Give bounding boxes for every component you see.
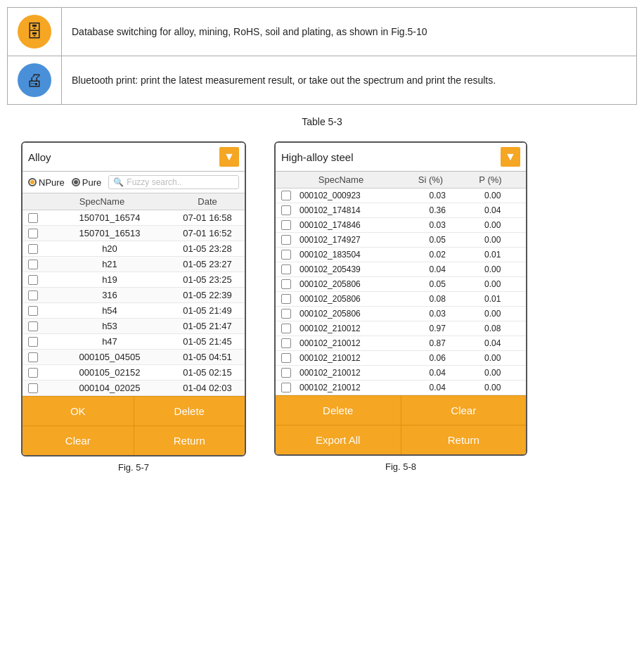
cell-p: 0.00: [465, 220, 521, 230]
checkbox[interactable]: [28, 337, 38, 347]
checkbox[interactable]: [281, 205, 291, 215]
col-p-label-58: P (%): [461, 174, 520, 185]
radio-npure[interactable]: NPure: [28, 177, 65, 188]
checkbox[interactable]: [28, 213, 38, 223]
cell-date: 01-05 22:39: [176, 290, 239, 300]
table-row: 000102_210012 0.87 0.04: [276, 336, 526, 351]
cell-date: 07-01 16:58: [176, 212, 239, 223]
cell-p: 0.00: [465, 235, 521, 245]
bluetooth-icon-cell: 🖨: [8, 56, 62, 105]
panel-58-header: High-alloy steel ▼: [276, 143, 526, 172]
table-row: h53 01-05 21:47: [22, 319, 245, 334]
checkbox[interactable]: [281, 309, 291, 319]
bluetooth-text: Bluetooth print: print the latest measur…: [62, 56, 637, 105]
fig58-caption: Fig. 5-8: [385, 461, 416, 472]
cell-specname: 000105_04505: [44, 352, 176, 362]
cell-p: 0.04: [465, 338, 521, 348]
cell-si: 0.36: [410, 205, 465, 215]
checkbox[interactable]: [28, 383, 38, 393]
cell-p: 0.01: [465, 250, 521, 260]
radio-pure[interactable]: Pure: [72, 177, 101, 188]
checkbox[interactable]: [28, 275, 38, 285]
btn-return-57[interactable]: Return: [134, 426, 245, 455]
col-header-57: SpecName Date: [22, 193, 245, 210]
checkbox[interactable]: [281, 279, 291, 289]
table-row: 316 01-05 22:39: [22, 288, 245, 303]
checkbox[interactable]: [28, 321, 38, 331]
table-row: h47 01-05 21:45: [22, 334, 245, 350]
panel-58-dropdown-arrow[interactable]: ▼: [501, 147, 520, 167]
cell-si: 0.08: [410, 294, 465, 304]
cell-specname: h21: [44, 259, 176, 269]
checkbox[interactable]: [28, 290, 38, 300]
cell-p: 0.00: [465, 279, 521, 289]
checkbox[interactable]: [281, 220, 291, 230]
btn-export-all-58[interactable]: Export All: [276, 425, 401, 454]
checkbox[interactable]: [281, 338, 291, 348]
search-icon-57: 🔍: [113, 177, 124, 187]
checkbox[interactable]: [281, 250, 291, 260]
checkbox[interactable]: [28, 229, 38, 238]
btn-delete-58[interactable]: Delete: [276, 395, 401, 425]
btn-delete-57[interactable]: Delete: [134, 396, 245, 426]
checkbox[interactable]: [28, 352, 38, 362]
radio-npure-dot: [28, 178, 37, 186]
checkbox[interactable]: [281, 191, 291, 200]
cell-specname: 000102_000923: [297, 191, 410, 200]
fuzzy-search-57[interactable]: 🔍 Fuzzy search..: [108, 175, 239, 189]
panel-57-dropdown-arrow[interactable]: ▼: [219, 147, 239, 167]
checkbox[interactable]: [281, 235, 291, 245]
btn-clear-58[interactable]: Clear: [401, 395, 527, 425]
checkbox[interactable]: [28, 244, 38, 254]
cell-p: 0.00: [465, 368, 521, 378]
cell-date: 07-01 16:52: [176, 228, 239, 238]
btn-row-57-bottom: Clear Return: [22, 426, 245, 455]
fuzzy-search-placeholder: Fuzzy search..: [127, 177, 181, 187]
radio-npure-label: NPure: [39, 177, 65, 188]
checkbox[interactable]: [281, 383, 291, 392]
cell-p: 0.04: [465, 205, 521, 215]
table-row: 000102_210012 0.97 0.08: [276, 321, 526, 336]
checkbox[interactable]: [281, 324, 291, 333]
cell-p: 0.00: [465, 353, 521, 363]
cell-specname: 000102_210012: [297, 353, 410, 363]
table-row: 000104_02025 01-04 02:03: [22, 381, 245, 396]
figure-57: Alloy ▼ NPure Pure 🔍 Fuzzy search..: [21, 141, 246, 473]
btn-clear-57[interactable]: Clear: [22, 426, 134, 455]
table-row: h19 01-05 23:25: [22, 272, 245, 288]
cell-date: 01-05 04:51: [176, 352, 239, 362]
cell-specname: 000102_210012: [297, 383, 410, 392]
btn-ok-57[interactable]: OK: [22, 396, 134, 426]
data-list-57: 150701_16574 07-01 16:58 150701_16513 07…: [22, 210, 245, 396]
checkbox[interactable]: [28, 306, 38, 316]
table-row: 000105_04505 01-05 04:51: [22, 350, 245, 365]
cell-specname: 000102_205806: [297, 294, 410, 304]
table-row-database: 🗄 Database switching for alloy, mining, …: [8, 8, 637, 56]
table-row: h20 01-05 23:28: [22, 241, 245, 257]
table-row: 000102_210012 0.06 0.00: [276, 351, 526, 366]
cell-si: 0.06: [410, 353, 465, 363]
checkbox[interactable]: [28, 368, 38, 378]
checkbox[interactable]: [281, 353, 291, 363]
checkbox[interactable]: [281, 294, 291, 304]
cell-specname: 000102_183504: [297, 250, 410, 260]
checkbox[interactable]: [281, 368, 291, 378]
cell-specname: 000104_02025: [44, 383, 176, 393]
btn-return-58[interactable]: Return: [401, 425, 527, 454]
checkbox[interactable]: [28, 260, 38, 269]
cell-specname: 150701_16574: [44, 212, 176, 223]
checkbox[interactable]: [281, 264, 291, 274]
table-row: 000102_205806 0.05 0.00: [276, 277, 526, 292]
figure-58: High-alloy steel ▼ SpecName Si (%) P (%)…: [274, 141, 527, 472]
cell-si: 0.87: [410, 338, 465, 348]
table-row: 000102_210012 0.04 0.00: [276, 381, 526, 395]
cell-specname: 000102_205806: [297, 279, 410, 289]
col-specname-label-58: SpecName: [281, 174, 401, 185]
table-caption: Table 5-3: [7, 116, 637, 127]
cell-si: 0.03: [410, 191, 465, 200]
table-row: 000105_02152 01-05 02:15: [22, 365, 245, 381]
table-row: 000102_183504 0.02 0.01: [276, 248, 526, 262]
table-row: h21 01-05 23:27: [22, 257, 245, 272]
cell-specname: 000102_205806: [297, 309, 410, 319]
cell-date: 01-05 21:49: [176, 305, 239, 316]
